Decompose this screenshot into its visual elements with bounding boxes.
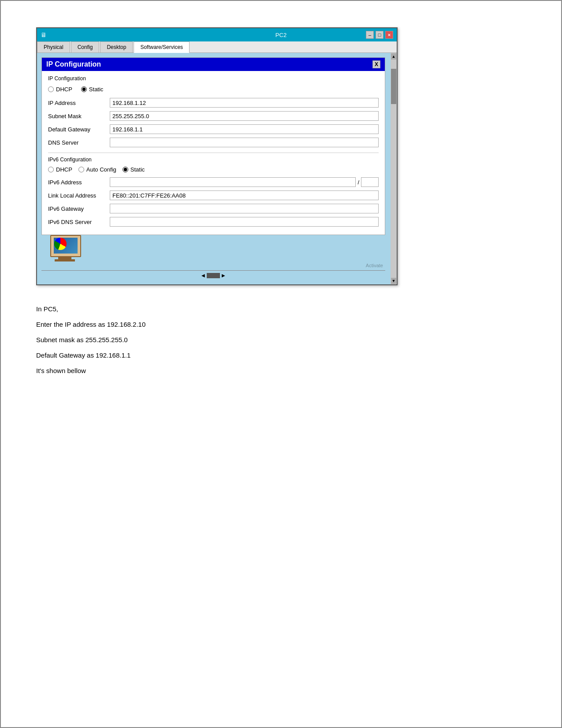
ipv6-gateway-input[interactable] <box>110 204 379 213</box>
ipv6-static-label: Static <box>130 166 145 173</box>
minimize-button[interactable]: – <box>366 31 374 39</box>
ipv6-prefix-input[interactable] <box>361 177 379 187</box>
ipv6-dns-server-input[interactable] <box>110 217 379 227</box>
description-line2: Subnet mask as 255.255.255.0 <box>36 334 526 346</box>
subnet-mask-row: Subnet Mask <box>48 111 379 121</box>
link-local-address-label: Link Local Address <box>48 192 110 199</box>
subnet-mask-input[interactable] <box>110 111 379 121</box>
ipv6-address-label: IPv6 Address <box>48 179 110 186</box>
restore-button[interactable]: □ <box>376 31 383 39</box>
window-title: PC2 <box>275 32 287 38</box>
ipv6-address-input[interactable] <box>110 177 356 187</box>
description-intro: In PC5, <box>36 303 526 315</box>
tab-config[interactable]: Config <box>71 41 100 52</box>
description-block: In PC5, Enter the IP address as 192.168.… <box>36 303 526 377</box>
ip-config-header: IP Configuration X <box>42 58 385 71</box>
static-option[interactable]: Static <box>81 86 104 93</box>
ipv6-autoconfig-option[interactable]: Auto Config <box>78 166 116 173</box>
ipv6-radio-row: DHCP Auto Config Static <box>48 166 379 173</box>
ip-config-close-button[interactable]: X <box>372 60 380 68</box>
pc-illustration <box>46 235 90 268</box>
ip-address-input[interactable] <box>110 98 379 108</box>
ipv6-address-row: IPv6 Address / <box>48 177 379 187</box>
default-gateway-label: Default Gateway <box>48 126 110 133</box>
ipv6-autoconfig-radio[interactable] <box>78 167 84 172</box>
title-bar: 🖥 PC2 – □ × <box>37 28 397 41</box>
ipv6-dns-server-row: IPv6 DNS Server <box>48 217 379 227</box>
nav-prev-icon[interactable]: ◀ <box>201 273 205 278</box>
link-local-address-row: Link Local Address <box>48 190 379 200</box>
window-icon: 🖥 <box>41 31 47 38</box>
description-line3: Default Gateway as 192.168.1.1 <box>36 349 526 361</box>
ip-config-subtitle: IP Configuration <box>48 75 379 82</box>
section-divider <box>48 153 379 153</box>
pc2-window: 🖥 PC2 – □ × Physical Config Desktop Soft… <box>36 27 398 285</box>
ipv6-dhcp-radio[interactable] <box>48 167 54 172</box>
ipv6-static-radio[interactable] <box>123 167 128 172</box>
ipv6-slash: / <box>356 179 361 186</box>
tab-software-services[interactable]: Software/Services <box>134 41 190 53</box>
ip-config-title: IP Configuration <box>46 60 101 68</box>
ip-address-row: IP Address <box>48 98 379 108</box>
default-gateway-row: Default Gateway <box>48 124 379 134</box>
ip-mode-radio-row: DHCP Static <box>48 86 379 93</box>
description-line1: Enter the IP address as 192.168.2.10 <box>36 318 526 330</box>
close-button[interactable]: × <box>385 31 393 39</box>
ip-config-body: IP Configuration DHCP Static <box>42 71 385 235</box>
default-gateway-input[interactable] <box>110 124 379 134</box>
nav-next-icon[interactable]: ▶ <box>222 273 225 278</box>
scrollbar[interactable]: ▲ ▼ <box>391 53 397 284</box>
dns-server-input[interactable] <box>110 138 379 147</box>
ipv6-gateway-row: IPv6 Gateway <box>48 204 379 213</box>
scroll-thumb[interactable] <box>391 69 396 104</box>
ipv6-section-label: IPv6 Configuration <box>48 157 379 163</box>
ipv6-autoconfig-label: Auto Config <box>86 166 116 173</box>
activate-watermark: Activate <box>366 263 383 268</box>
title-bar-controls: – □ × <box>366 31 393 39</box>
ipv6-dns-server-label: IPv6 DNS Server <box>48 219 110 225</box>
static-label: Static <box>89 86 104 93</box>
window-content: ▲ ▼ IP Configuration X IP Configuration <box>37 53 397 284</box>
title-bar-left: 🖥 <box>41 31 47 38</box>
bottom-nav: ◀ ▶ <box>41 270 385 280</box>
description-line4: It's shown bellow <box>36 365 526 377</box>
ipv6-dhcp-option[interactable]: DHCP <box>48 166 72 173</box>
ip-config-panel: IP Configuration X IP Configuration DHCP <box>41 57 385 235</box>
ip-address-label: IP Address <box>48 100 110 106</box>
ipv6-gateway-label: IPv6 Gateway <box>48 205 110 212</box>
link-local-address-input[interactable] <box>110 190 379 200</box>
dhcp-option[interactable]: DHCP <box>48 86 72 93</box>
dhcp-label: DHCP <box>56 86 72 93</box>
nav-indicator <box>207 273 220 278</box>
dns-server-row: DNS Server <box>48 138 379 147</box>
ipv6-dhcp-label: DHCP <box>56 166 72 173</box>
tab-physical[interactable]: Physical <box>37 41 70 52</box>
tab-desktop[interactable]: Desktop <box>100 41 133 52</box>
bottom-area: Activate <box>41 235 385 270</box>
static-radio[interactable] <box>81 86 87 92</box>
dhcp-radio[interactable] <box>48 86 54 92</box>
ipv6-static-option[interactable]: Static <box>123 166 145 173</box>
dns-server-label: DNS Server <box>48 139 110 146</box>
tabs-bar: Physical Config Desktop Software/Service… <box>37 41 397 53</box>
subnet-mask-label: Subnet Mask <box>48 113 110 119</box>
